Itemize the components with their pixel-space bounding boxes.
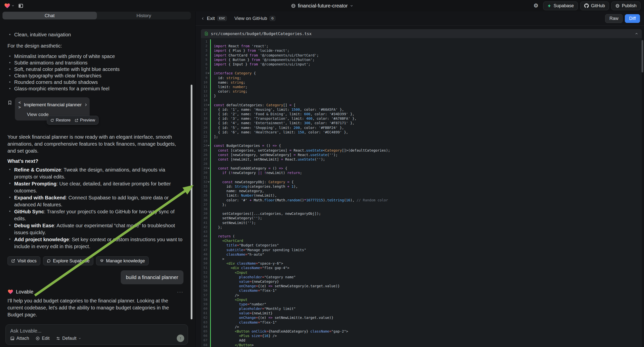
bookmark-icon[interactable] — [8, 100, 15, 105]
code-text — [210, 230, 642, 234]
message-menu-icon[interactable]: ··· — [177, 289, 184, 295]
code-text: if (!newCategory || !newLimit) return; — [210, 170, 642, 175]
code-text: { id: '3', name: 'Transportation', limit… — [210, 116, 642, 121]
code-line: 59 type="number" — [201, 302, 642, 306]
version-card[interactable]: Implement financial planner View code Re… — [15, 97, 90, 120]
version-card-row: Implement financial planner View code Re… — [8, 97, 184, 120]
fold-chevron-icon[interactable] — [208, 182, 210, 183]
code-lines: 12import React from 'react';3import { Pl… — [201, 39, 642, 347]
tab-history[interactable]: History — [97, 12, 191, 20]
code-text: const defaultCategories: Category[] = [ — [210, 103, 642, 107]
line-number: 25 — [201, 148, 210, 152]
gear-icon: ⚙ — [534, 2, 538, 9]
lovable-menu[interactable] — [4, 2, 14, 9]
chevron-right-icon[interactable] — [84, 103, 88, 106]
line-number: 34 — [201, 189, 210, 193]
composer: Ask Lovable... Attach Edit — [6, 324, 188, 345]
code-line: 25 const [categories, setCategories] = R… — [201, 148, 642, 152]
list-item: Expand with Backend: Connect Supabase to… — [8, 194, 184, 208]
model-label: Default — [62, 336, 76, 341]
edit-button[interactable]: Edit — [36, 336, 50, 341]
publish-button[interactable]: Publish — [612, 2, 640, 10]
raw-button[interactable]: Raw — [605, 14, 622, 23]
send-button[interactable]: ↑ — [177, 334, 184, 342]
code-text: interface Category { — [210, 71, 642, 76]
code-text: import ChartCard from '@/components/ui/C… — [210, 53, 642, 58]
attach-button[interactable]: Attach — [10, 336, 29, 341]
project-switcher[interactable]: financial-future-creator — [291, 0, 353, 12]
code-text: id: string; — [210, 76, 642, 80]
code-line: 5import { Button } from '@/components/ui… — [201, 58, 642, 62]
line-number: 15 — [201, 103, 210, 107]
chat-tabs: ChatHistory — [2, 12, 191, 20]
line-number: 20 — [201, 126, 210, 130]
code-line: 60 placeholder="Monthly limit" — [201, 306, 642, 311]
explore-supabase-button[interactable]: Explore Supabase — [43, 256, 93, 265]
code-line: 26 const [newCategory, setNewCategory] =… — [201, 152, 642, 157]
chat-panel: ChatHistory Clean, intuitive navigation … — [0, 12, 194, 347]
line-number: 14 — [201, 98, 210, 102]
chevron-up-icon[interactable] — [635, 32, 638, 35]
code-text: { id: '1', name: 'Housing', limit: 1500,… — [210, 107, 642, 112]
line-number: 9 — [201, 76, 210, 80]
code-line: 23 — [201, 139, 642, 144]
model-select[interactable]: Default — [56, 336, 81, 341]
restore-button[interactable]: Restore — [50, 118, 71, 123]
list-item: Rounded corners and subtle shadows — [8, 79, 184, 86]
chat-scrollbar[interactable] — [191, 85, 192, 319]
exit-button[interactable]: Exit ESC — [201, 16, 227, 21]
github-icon — [584, 4, 589, 8]
code-text: import { Button } from '@/components/ui/… — [210, 58, 642, 62]
chevron-down-icon — [12, 4, 14, 7]
fold-chevron-icon[interactable] — [208, 104, 210, 106]
code-text: const [newLimit, setNewLimit] = React.us… — [210, 157, 642, 162]
code-line: 53 placeholder="Category name" — [201, 275, 642, 279]
preview-button[interactable]: Preview — [75, 118, 95, 123]
line-number: 52 — [201, 270, 210, 275]
code-line: 66 <Plus size={16} /> — [201, 334, 642, 338]
code-text: } — [210, 94, 642, 98]
github-label: GitHub — [591, 3, 605, 8]
github-button[interactable]: GitHub — [580, 2, 609, 10]
code-line: 28 — [201, 162, 642, 166]
fold-chevron-icon[interactable] — [208, 168, 210, 169]
ask-input[interactable]: Ask Lovable... — [10, 328, 183, 334]
line-number: 61 — [201, 311, 210, 316]
fold-chevron-icon[interactable] — [208, 145, 210, 146]
diff-button[interactable]: Diff — [625, 14, 640, 23]
code-text: /> — [210, 324, 642, 329]
code-line: 35 limit: Number(newLimit), — [201, 193, 642, 198]
visit-docs-button[interactable]: Visit docs — [8, 256, 40, 265]
code-text: className="h-auto" — [210, 252, 642, 257]
view-on-github-button[interactable]: View on GitHub G — [234, 16, 275, 21]
line-number: 65 — [201, 329, 210, 334]
chevron-down-icon — [78, 337, 81, 340]
code-line: 13} — [201, 94, 642, 98]
code-line: 49 > — [201, 257, 642, 261]
tab-chat[interactable]: Chat — [2, 12, 97, 20]
code-text: const [categories, setCategories] = Reac… — [210, 148, 642, 152]
code-line: 37 }; — [201, 202, 642, 207]
code-line: 63 className="flex-1" — [201, 320, 642, 324]
aesthetic-list: Minimalist interface with plenty of whit… — [8, 53, 184, 92]
exit-label: Exit — [207, 16, 215, 21]
code-line: 20 { id: '5', name: 'Shopping', limit: 2… — [201, 126, 642, 130]
line-number: 27 — [201, 157, 210, 162]
fold-chevron-icon[interactable] — [208, 73, 210, 74]
visit-docs-label: Visit docs — [18, 258, 36, 264]
supabase-button[interactable]: Supabase — [543, 2, 578, 10]
settings-button[interactable]: ⚙ — [531, 2, 541, 10]
code-text: <Plus size={16} /> — [210, 334, 642, 338]
code-text: Add — [210, 338, 642, 342]
code-text: setNewLimit(''); — [210, 220, 642, 225]
line-number: 66 — [201, 334, 210, 338]
toggle-sidebar-button[interactable] — [17, 2, 24, 10]
line-number: 53 — [201, 275, 210, 279]
aesthetic-heading: For the design aesthetic: — [8, 42, 184, 49]
code-line: 62 onChange={(e) => setNewLimit(e.target… — [201, 316, 642, 320]
code-text: setCategories([...categories, newCategor… — [210, 211, 642, 216]
code-scrollbar[interactable] — [642, 40, 643, 72]
manage-knowledge-button[interactable]: Manage knowledge — [96, 256, 148, 265]
line-number: 12 — [201, 89, 210, 94]
file-header[interactable]: src/components/budget/BudgetCategories.t… — [201, 29, 642, 38]
